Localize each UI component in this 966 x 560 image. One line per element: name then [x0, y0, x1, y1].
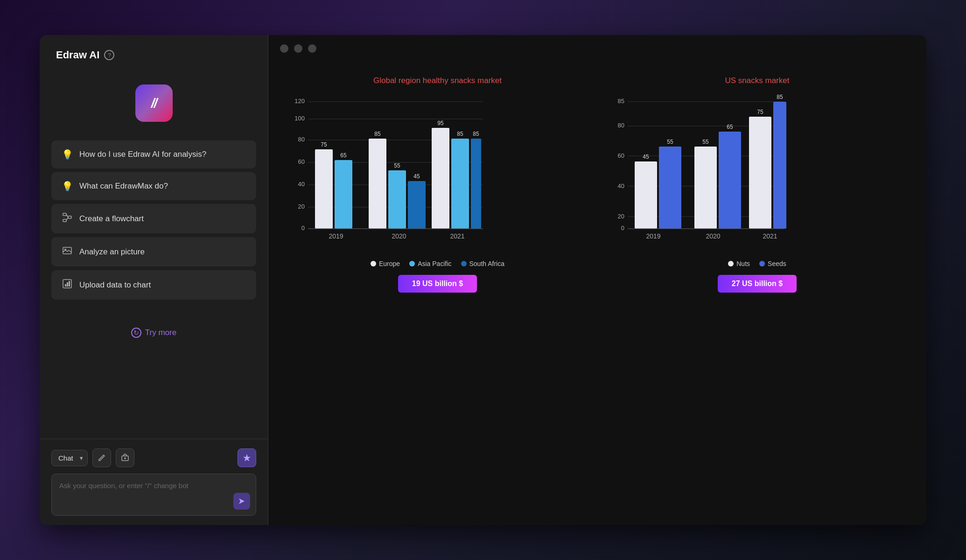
svg-text:80: 80	[618, 122, 624, 129]
svg-rect-68	[749, 117, 771, 229]
chart1-wrapper: 120 100 80 60 40 20 0	[292, 95, 583, 255]
chart1-legend: Europe Asia Pacific South Africa	[371, 260, 504, 267]
menu-item-label-3: Create a flowchart	[79, 214, 144, 224]
svg-text:85: 85	[777, 95, 783, 100]
svg-text:20: 20	[618, 213, 624, 220]
menu-list: 💡 How do I use Edraw AI for analysis? 💡 …	[40, 140, 268, 300]
menu-item-label-4: Analyze an picture	[79, 247, 145, 257]
wc-dot-1	[280, 44, 288, 53]
chart1-badge: 19 US billion $	[398, 275, 477, 293]
ai-mode-btn[interactable]	[238, 448, 256, 467]
svg-text:65: 65	[727, 124, 733, 130]
legend-nuts-label: Nuts	[736, 260, 750, 267]
svg-rect-0	[63, 213, 66, 216]
charts-area: Global region healthy snacks market 120 …	[268, 62, 926, 525]
svg-rect-2	[63, 219, 66, 222]
window-controls	[268, 35, 926, 62]
svg-text:75: 75	[321, 141, 327, 148]
menu-item-label-2: What can EdrawMax do?	[79, 182, 168, 191]
svg-rect-8	[65, 284, 66, 287]
svg-text:85: 85	[618, 98, 624, 105]
legend-europe: Europe	[371, 260, 400, 267]
svg-text:45: 45	[413, 173, 420, 180]
legend-asiapacific: Asia Pacific	[409, 260, 451, 267]
svg-text:2021: 2021	[763, 232, 777, 240]
app-title: Edraw AI	[56, 49, 99, 61]
menu-item-flowchart[interactable]: Create a flowchart	[51, 204, 256, 233]
legend-seeds-dot	[759, 261, 765, 266]
svg-text:2021: 2021	[450, 232, 464, 240]
legend-africa-dot	[461, 261, 467, 266]
menu-item-upload-data[interactable]: Upload data to chart	[51, 270, 256, 300]
logo-text: //	[151, 96, 157, 111]
bottom-bar: Chat	[40, 439, 268, 525]
svg-rect-1	[68, 216, 71, 218]
legend-africa-label: South Africa	[469, 260, 505, 267]
svg-rect-42	[471, 139, 481, 229]
svg-rect-62	[659, 147, 681, 229]
svg-rect-28	[315, 149, 333, 229]
refresh-icon: ↻	[131, 328, 141, 338]
chart2-badge: 27 US billion $	[718, 275, 797, 293]
svg-line-3	[66, 215, 68, 217]
chart-icon	[62, 279, 73, 291]
edit-icon-btn[interactable]	[92, 448, 111, 467]
menu-item-analyze-picture[interactable]: Analyze an picture	[51, 237, 256, 266]
svg-rect-34	[388, 170, 406, 229]
app-window: Edraw AI ? // 💡 How do I use Edraw AI fo…	[40, 35, 926, 525]
svg-text:85: 85	[473, 131, 479, 137]
send-button[interactable]	[233, 493, 250, 510]
chart2-title: US snacks market	[725, 76, 790, 85]
svg-rect-38	[432, 128, 449, 229]
help-icon[interactable]: ?	[104, 50, 114, 60]
legend-nuts: Nuts	[728, 260, 750, 267]
svg-text:0: 0	[621, 224, 624, 231]
svg-text:75: 75	[757, 109, 763, 115]
svg-text:0: 0	[301, 224, 305, 231]
svg-text:95: 95	[437, 120, 444, 126]
bulb-icon-2: 💡	[62, 181, 73, 192]
bulb-icon-1: 💡	[62, 149, 73, 160]
svg-rect-32	[369, 139, 386, 229]
svg-rect-64	[694, 147, 717, 229]
chart2-legend: Nuts Seeds	[728, 260, 786, 267]
svg-rect-40	[451, 139, 469, 229]
svg-rect-30	[335, 160, 352, 229]
chat-input-area[interactable]: Ask your question, or enter "/" change b…	[51, 474, 256, 516]
svg-text:40: 40	[298, 181, 305, 188]
panel-header: Edraw AI ?	[40, 35, 268, 70]
chart1-container: Global region healthy snacks market 120 …	[292, 76, 583, 293]
svg-text:85: 85	[374, 131, 381, 137]
chat-select-wrapper[interactable]: Chat	[51, 450, 88, 466]
legend-asia-dot	[409, 261, 415, 266]
svg-text:40: 40	[618, 182, 624, 189]
menu-item-label-5: Upload data to chart	[79, 280, 151, 290]
legend-europe-label: Europe	[379, 260, 400, 267]
chat-select[interactable]: Chat	[51, 450, 88, 466]
try-more-button[interactable]: ↻ Try more	[122, 323, 186, 343]
svg-text:55: 55	[394, 162, 400, 169]
svg-rect-9	[67, 282, 68, 287]
svg-text:80: 80	[298, 136, 305, 143]
menu-item-analysis[interactable]: 💡 How do I use Edraw AI for analysis?	[51, 140, 256, 168]
svg-point-6	[65, 249, 66, 251]
chart2-container: US snacks market 85 80 60 40 20 0	[611, 76, 903, 293]
svg-rect-10	[69, 281, 70, 287]
chat-controls: Chat	[51, 448, 256, 467]
add-icon-btn[interactable]	[116, 448, 134, 467]
svg-text:2020: 2020	[392, 232, 406, 240]
svg-text:45: 45	[643, 154, 649, 160]
svg-text:2019: 2019	[646, 232, 660, 240]
chart2-svg: 85 80 60 40 20 0	[611, 95, 789, 253]
svg-text:85: 85	[457, 131, 463, 137]
svg-rect-66	[719, 132, 741, 229]
wc-dot-3	[308, 44, 316, 53]
legend-southafrica: South Africa	[461, 260, 505, 267]
menu-item-edrawmax[interactable]: 💡 What can EdrawMax do?	[51, 172, 256, 200]
chart1-svg: 120 100 80 60 40 20 0	[292, 95, 488, 253]
svg-text:60: 60	[298, 158, 305, 165]
svg-text:55: 55	[702, 139, 709, 145]
logo-box: //	[135, 84, 173, 122]
chart1-title: Global region healthy snacks market	[373, 76, 502, 85]
menu-item-label-1: How do I use Edraw AI for analysis?	[79, 150, 206, 159]
